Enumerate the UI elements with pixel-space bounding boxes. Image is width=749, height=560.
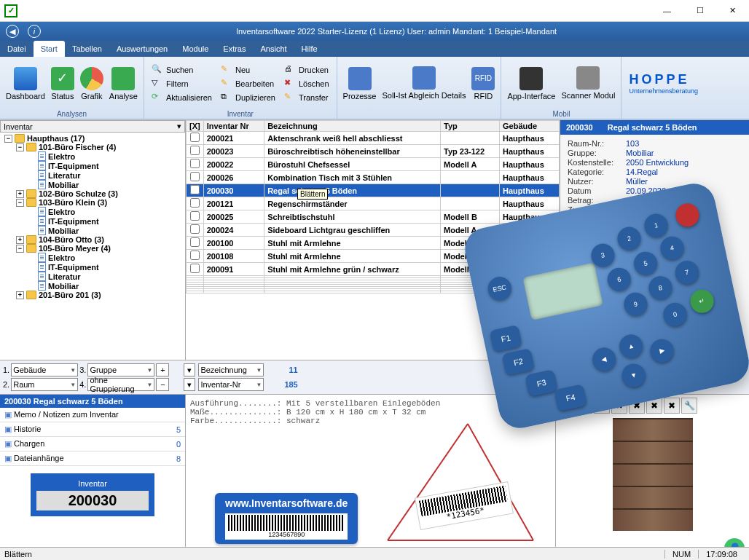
col-nr[interactable]: Inventar Nr bbox=[203, 121, 264, 132]
combo-ohne[interactable]: ohne Gruppierung▼ bbox=[87, 378, 154, 391]
filtern-button[interactable]: ▽Filtern bbox=[149, 77, 215, 90]
tree-105[interactable]: −105-Büro Meyer (4) bbox=[15, 244, 184, 253]
table-row[interactable]: 200091Stuhl mit Armlehne grün / schwarzM… bbox=[187, 263, 560, 276]
tree-201[interactable]: +201-Büro 201 (3) bbox=[15, 291, 184, 299]
row-checkbox[interactable] bbox=[190, 146, 200, 155]
add-group-button[interactable]: + bbox=[156, 363, 169, 376]
chargen-link[interactable]: ▣ Chargen0 bbox=[0, 437, 185, 451]
tree-leaf[interactable]: Mobiliar bbox=[26, 281, 184, 291]
row-checkbox[interactable] bbox=[190, 264, 200, 273]
row-checkbox[interactable] bbox=[190, 185, 200, 194]
tree-leaf[interactable]: Mobiliar bbox=[26, 180, 184, 189]
tree-102[interactable]: +102-Büro Schulze (3) bbox=[15, 189, 184, 198]
row-checkbox[interactable] bbox=[190, 133, 200, 142]
pdf-icon[interactable]: 📄 bbox=[559, 398, 575, 414]
tree-leaf[interactable]: Literatur bbox=[26, 272, 184, 281]
expand-icon[interactable]: + bbox=[16, 236, 24, 244]
row-checkbox[interactable] bbox=[190, 159, 200, 168]
status-button[interactable]: ✓Status bbox=[48, 66, 77, 102]
scanner-modul-button[interactable]: Scanner Modul bbox=[558, 65, 618, 101]
expand-icon[interactable]: + bbox=[16, 291, 24, 299]
tree-leaf[interactable]: IT-Equipment bbox=[26, 216, 184, 226]
drucken-button[interactable]: 🖨Drucken bbox=[281, 63, 332, 76]
duplizieren-button[interactable]: ⧉Duplizieren bbox=[218, 91, 278, 104]
aktualisieren-button[interactable]: ⟳Aktualisieren bbox=[149, 91, 215, 104]
back-icon[interactable]: ◀ bbox=[6, 25, 19, 38]
table-row[interactable]: 200108Stuhl mit ArmlehneModell AHaupthau… bbox=[187, 250, 560, 263]
row-checkbox[interactable] bbox=[190, 211, 200, 221]
table-row[interactable]: 200024Sideboard Lichtgrau geschliffenMod… bbox=[187, 224, 560, 237]
table-row[interactable]: 200026Kombination Tisch mit 3 StühlenHau… bbox=[187, 171, 560, 184]
app-interface-button[interactable]: App-Interface bbox=[504, 66, 558, 102]
combo-sort1[interactable]: Bezeichnung▼ bbox=[198, 363, 264, 376]
sort-dir-1[interactable]: ▾ bbox=[184, 363, 195, 376]
memo-link[interactable]: ▣ Memo / Notizen zum Inventar bbox=[0, 408, 185, 422]
minimize-button[interactable]: — bbox=[651, 0, 683, 22]
info-icon[interactable]: i bbox=[28, 25, 41, 38]
menu-auswertungen[interactable]: Auswertungen bbox=[109, 41, 175, 57]
row-checkbox[interactable] bbox=[190, 237, 200, 247]
neu-button[interactable]: ✎Neu bbox=[218, 63, 278, 76]
combo-gebaeude[interactable]: Gebäude▼ bbox=[11, 363, 78, 376]
col-check[interactable]: [X] bbox=[187, 121, 204, 132]
tree-leaf[interactable]: Elektro bbox=[26, 151, 184, 161]
tool-icon[interactable]: ✖ bbox=[611, 398, 627, 414]
menu-datei[interactable]: Datei bbox=[0, 41, 34, 57]
tree-leaf[interactable]: Mobiliar bbox=[26, 226, 184, 235]
row-checkbox[interactable] bbox=[190, 172, 200, 181]
tool-icon[interactable]: ✖ bbox=[664, 398, 680, 414]
row-checkbox[interactable] bbox=[190, 198, 200, 208]
table-row[interactable]: 200025SchreibtischstuhlModell BHaupthaus bbox=[187, 210, 560, 224]
menu-tabellen[interactable]: Tabellen bbox=[65, 41, 109, 57]
sort-dir-2[interactable]: ▾ bbox=[184, 378, 195, 391]
sollist-button[interactable]: Soll-Ist Abgleich Details bbox=[379, 65, 468, 101]
col-typ[interactable]: Typ bbox=[441, 121, 500, 132]
table-row[interactable]: 200030Regal schwarz 5 BödenHaupthaus bbox=[187, 184, 560, 197]
table-row[interactable]: 200100Stuhl mit ArmlehneModell AHaupthau… bbox=[187, 237, 560, 250]
tree-103[interactable]: −103-Büro Klein (3) bbox=[15, 198, 184, 207]
historie-link[interactable]: ▣ Historie5 bbox=[0, 422, 185, 437]
table-row[interactable] bbox=[187, 291, 560, 293]
collapse-icon[interactable]: − bbox=[4, 135, 12, 143]
row-checkbox[interactable] bbox=[190, 224, 200, 234]
menu-ansicht[interactable]: Ansicht bbox=[254, 41, 294, 57]
loeschen-button[interactable]: ✖Löschen bbox=[281, 77, 332, 90]
tool-icon[interactable]: ✖ bbox=[629, 398, 645, 414]
collapse-icon[interactable]: − bbox=[16, 199, 24, 207]
tool-icon[interactable]: ✖ bbox=[594, 398, 610, 414]
table-row[interactable]: 200023Büroschreibtisch höheneinstellbarT… bbox=[187, 145, 560, 158]
combo-raum[interactable]: Raum▼ bbox=[11, 378, 78, 391]
anhaenge-link[interactable]: ▣ Dateianhänge8 bbox=[0, 451, 185, 466]
menu-start[interactable]: Start bbox=[34, 41, 65, 57]
tree-header[interactable]: Inventar▾ bbox=[0, 120, 185, 133]
col-bez[interactable]: Bezeichnung bbox=[264, 121, 441, 132]
maximize-button[interactable]: ☐ bbox=[683, 0, 716, 22]
inventory-table[interactable]: [X] Inventar Nr Bezeichnung Typ Gebäude … bbox=[186, 120, 560, 293]
tree-body[interactable]: −Haupthaus (17) −101-Büro Fischer (4) El… bbox=[0, 133, 185, 360]
tree-104[interactable]: +104-Büro Otto (3) bbox=[15, 235, 184, 244]
table-row[interactable]: 200021Aktenschrank weiß hell abschliesst… bbox=[187, 132, 560, 145]
transfer-button[interactable]: ✎Transfer bbox=[281, 91, 332, 104]
tree-leaf[interactable]: IT-Equipment bbox=[26, 161, 184, 170]
close-button[interactable]: ✕ bbox=[716, 0, 749, 22]
col-geb[interactable]: Gebäude bbox=[500, 121, 560, 132]
tool-icon[interactable]: 🔧 bbox=[681, 398, 697, 414]
remove-group-button[interactable]: − bbox=[156, 378, 169, 391]
prozesse-button[interactable]: Prozesse bbox=[340, 66, 380, 102]
collapse-icon[interactable]: − bbox=[16, 143, 24, 151]
row-checkbox[interactable] bbox=[190, 251, 200, 260]
combo-gruppe[interactable]: Gruppe▼ bbox=[87, 363, 154, 376]
suchen-button[interactable]: 🔍Suchen bbox=[149, 63, 215, 76]
table-row[interactable]: 200121RegenschirmständerHaupthaus bbox=[187, 197, 560, 210]
collapse-icon[interactable]: − bbox=[16, 245, 24, 253]
analyse-button[interactable]: Analyse bbox=[106, 66, 141, 102]
rfid-button[interactable]: RFIDRFID bbox=[468, 66, 498, 102]
tree-leaf[interactable]: Elektro bbox=[26, 207, 184, 216]
menu-module[interactable]: Module bbox=[175, 41, 216, 57]
grid-pane[interactable]: [X] Inventar Nr Bezeichnung Typ Gebäude … bbox=[186, 120, 560, 360]
tree-root[interactable]: −Haupthaus (17) bbox=[3, 134, 184, 143]
grafik-button[interactable]: Grafik bbox=[77, 66, 106, 102]
dashboard-button[interactable]: Dashboard bbox=[3, 66, 48, 102]
tree-leaf[interactable]: IT-Equipment bbox=[26, 262, 184, 272]
tool-icon[interactable]: ✖ bbox=[646, 398, 662, 414]
